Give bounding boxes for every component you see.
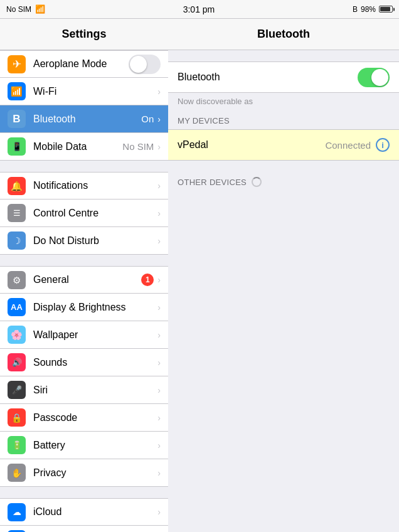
- section-notifications: 🔔 Notifications › ☰ Control Centre ›: [0, 172, 168, 255]
- aeroplane-icon: ✈: [8, 55, 26, 73]
- battery-setting-icon: 🔋: [8, 436, 26, 454]
- aeroplane-label: Aeroplane Mode: [33, 58, 129, 70]
- main-layout: Settings ✈ Aeroplane Mode: [0, 19, 399, 532]
- section-connectivity: ✈ Aeroplane Mode 📶 Wi-Fi ›: [0, 50, 168, 161]
- settings-title: Settings: [61, 28, 106, 41]
- loading-spinner: [252, 177, 262, 187]
- do-not-disturb-label: Do Not Disturb: [33, 235, 157, 247]
- control-centre-icon: ☰: [8, 204, 26, 222]
- siri-label: Siri: [33, 385, 157, 396]
- vpedal-name: vPedal: [178, 139, 325, 151]
- sidebar-item-privacy[interactable]: ✋ Privacy ›: [0, 459, 168, 487]
- sidebar-item-aeroplane[interactable]: ✈ Aeroplane Mode: [0, 50, 168, 78]
- do-not-disturb-icon: ☽: [8, 231, 26, 250]
- bluetooth-panel: Bluetooth Bluetooth Now discoverable as …: [168, 19, 399, 532]
- notifications-label: Notifications: [33, 180, 157, 191]
- display-chevron: ›: [157, 302, 161, 312]
- mobile-data-icon: 📱: [8, 137, 26, 156]
- other-devices-header: OTHER DEVICES: [168, 172, 399, 191]
- bluetooth-content: Bluetooth Now discoverable as MY DEVICES…: [168, 50, 399, 532]
- siri-chevron: ›: [157, 385, 161, 395]
- do-not-disturb-chevron: ›: [157, 236, 161, 246]
- wallpaper-label: Wallpaper: [33, 329, 157, 341]
- vpedal-info-button[interactable]: i: [376, 138, 390, 152]
- privacy-icon: ✋: [8, 464, 26, 482]
- passcode-label: Passcode: [33, 412, 157, 423]
- sidebar-item-wifi[interactable]: 📶 Wi-Fi ›: [0, 78, 168, 105]
- vpedal-device-row[interactable]: vPedal Connected i: [168, 129, 399, 161]
- settings-panel: Settings ✈ Aeroplane Mode: [0, 19, 168, 532]
- passcode-icon: 🔒: [8, 408, 26, 427]
- general-badge: 1: [141, 274, 154, 286]
- sidebar-item-notifications[interactable]: 🔔 Notifications ›: [0, 172, 168, 200]
- control-centre-label: Control Centre: [33, 208, 157, 219]
- sounds-icon: 🔊: [8, 353, 26, 371]
- bluetooth-icon: B: [8, 110, 26, 128]
- vpedal-status: Connected: [325, 140, 371, 151]
- sounds-chevron: ›: [157, 358, 161, 368]
- control-centre-chevron: ›: [157, 208, 161, 218]
- sidebar-item-icloud[interactable]: ☁ iCloud ›: [0, 498, 168, 526]
- sidebar-item-wallpaper[interactable]: 🌸 Wallpaper ›: [0, 321, 168, 349]
- mobile-data-label: Mobile Data: [33, 141, 122, 152]
- bluetooth-panel-title: Bluetooth: [257, 28, 310, 41]
- notifications-chevron: ›: [157, 181, 161, 191]
- my-devices-header: MY DEVICES: [168, 111, 399, 129]
- section-general: ⚙ General 1 › AA Display & Brightness ›: [0, 266, 168, 487]
- wallpaper-icon: 🌸: [8, 326, 26, 344]
- settings-header: Settings: [0, 19, 168, 50]
- time-label: 3:01 pm: [183, 4, 215, 14]
- status-right: B 98%: [353, 5, 393, 14]
- notifications-icon: 🔔: [8, 177, 26, 195]
- aeroplane-toggle[interactable]: [129, 55, 161, 74]
- passcode-chevron: ›: [157, 413, 161, 423]
- icloud-chevron: ›: [157, 507, 161, 517]
- sidebar-item-do-not-disturb[interactable]: ☽ Do Not Disturb ›: [0, 227, 168, 255]
- sidebar-item-sounds[interactable]: 🔊 Sounds ›: [0, 349, 168, 376]
- status-left: No SIM 📶: [6, 4, 45, 14]
- battery-icon: [379, 6, 393, 13]
- general-chevron: ›: [157, 275, 161, 285]
- sidebar-item-bluetooth[interactable]: B Bluetooth On ›: [0, 105, 168, 133]
- mobile-data-chevron: ›: [157, 142, 161, 152]
- bluetooth-label: Bluetooth: [33, 114, 141, 125]
- display-icon: AA: [8, 298, 26, 316]
- wifi-icon: 📶: [8, 82, 26, 100]
- sidebar-item-battery[interactable]: 🔋 Battery ›: [0, 432, 168, 459]
- toggle-knob: [371, 69, 388, 86]
- battery-chevron: ›: [157, 440, 161, 450]
- settings-list: ✈ Aeroplane Mode 📶 Wi-Fi ›: [0, 50, 168, 532]
- sidebar-item-general[interactable]: ⚙ General 1 ›: [0, 266, 168, 294]
- bluetooth-status-icon: B: [353, 5, 358, 14]
- sidebar-item-mobile-data[interactable]: 📱 Mobile Data No SIM ›: [0, 133, 168, 161]
- sidebar-item-control-centre[interactable]: ☰ Control Centre ›: [0, 200, 168, 227]
- other-devices-section: OTHER DEVICES: [168, 172, 399, 191]
- bluetooth-toggle-row: Bluetooth: [168, 61, 399, 93]
- display-label: Display & Brightness: [33, 302, 157, 313]
- bluetooth-toggle-label: Bluetooth: [178, 72, 358, 83]
- battery-label: Battery: [33, 440, 157, 451]
- icloud-icon: ☁: [8, 503, 26, 521]
- carrier-label: No SIM: [6, 5, 31, 14]
- wallpaper-chevron: ›: [157, 330, 161, 340]
- sidebar-item-display-brightness[interactable]: AA Display & Brightness ›: [0, 294, 168, 321]
- section-accounts: ☁ iCloud › 🎵 iTunes & App Store ›: [0, 498, 168, 532]
- icloud-label: iCloud: [33, 506, 157, 518]
- mobile-data-value: No SIM: [122, 141, 154, 152]
- wifi-icon: 📶: [35, 4, 45, 14]
- other-devices-label: OTHER DEVICES: [178, 178, 247, 187]
- privacy-label: Privacy: [33, 467, 157, 479]
- bluetooth-discoverable: Now discoverable as: [168, 93, 399, 111]
- sidebar-item-siri[interactable]: 🎤 Siri ›: [0, 376, 168, 404]
- bluetooth-toggle-switch[interactable]: [358, 68, 390, 87]
- general-label: General: [33, 274, 141, 285]
- sidebar-item-itunes[interactable]: 🎵 iTunes & App Store ›: [0, 526, 168, 532]
- wifi-label: Wi-Fi: [33, 86, 157, 97]
- sounds-label: Sounds: [33, 357, 157, 368]
- bluetooth-value: On: [141, 114, 154, 124]
- battery-percent: 98%: [361, 5, 376, 14]
- siri-icon: 🎤: [8, 381, 26, 399]
- sidebar-item-passcode[interactable]: 🔒 Passcode ›: [0, 404, 168, 432]
- bluetooth-header: Bluetooth: [168, 19, 399, 50]
- bluetooth-chevron: ›: [157, 114, 161, 124]
